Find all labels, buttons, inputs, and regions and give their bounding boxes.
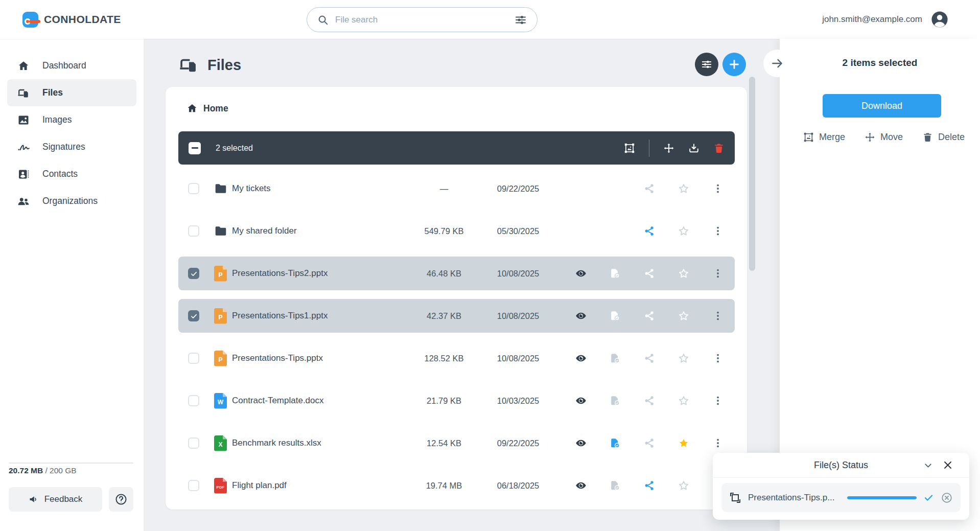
preview-eye-icon[interactable] bbox=[564, 480, 598, 491]
row-checkbox[interactable] bbox=[188, 395, 199, 406]
chevron-down-icon[interactable] bbox=[923, 460, 934, 471]
preview-eye-icon[interactable] bbox=[564, 395, 598, 406]
row-menu-icon[interactable] bbox=[701, 225, 735, 237]
preview-eye-icon[interactable] bbox=[564, 353, 598, 364]
share-icon[interactable] bbox=[633, 310, 667, 321]
move-icon[interactable] bbox=[663, 143, 674, 154]
close-icon[interactable] bbox=[942, 459, 953, 471]
delete-action[interactable]: Delete bbox=[922, 132, 965, 143]
sidebar-item-images[interactable]: Images bbox=[7, 106, 136, 133]
share-icon[interactable] bbox=[633, 268, 667, 279]
user-email: john.smith@example.com bbox=[822, 14, 922, 25]
sidebar-item-organizations[interactable]: Organizations bbox=[7, 188, 136, 215]
row-menu-icon[interactable] bbox=[701, 437, 735, 449]
preview-eye-icon[interactable] bbox=[564, 310, 598, 321]
approve-doc-icon[interactable] bbox=[598, 480, 633, 491]
file-row[interactable]: PPresentations-Tips.pptx128.52 KB10/08/2… bbox=[178, 341, 735, 375]
share-icon[interactable] bbox=[633, 480, 667, 491]
pptx-file-icon: P bbox=[209, 308, 232, 324]
list-scrollbar[interactable] bbox=[749, 77, 755, 271]
breadcrumb-home[interactable]: Home bbox=[186, 103, 228, 114]
merge-action[interactable]: Merge bbox=[803, 132, 845, 143]
file-name[interactable]: Presentations-Tips1.pptx bbox=[232, 311, 411, 321]
file-name[interactable]: Contract-Template.docx bbox=[232, 396, 411, 406]
row-menu-icon[interactable] bbox=[701, 268, 735, 279]
sidebar-item-dashboard[interactable]: Dashboard bbox=[7, 52, 136, 79]
approve-doc-icon[interactable] bbox=[598, 437, 633, 449]
share-icon[interactable] bbox=[633, 225, 667, 237]
delete-icon[interactable] bbox=[713, 143, 725, 154]
progress-bar bbox=[847, 496, 917, 499]
favorite-star-icon[interactable] bbox=[666, 310, 701, 321]
favorite-star-icon[interactable] bbox=[666, 437, 701, 449]
row-menu-icon[interactable] bbox=[701, 353, 735, 364]
row-menu-icon[interactable] bbox=[701, 183, 735, 194]
file-name[interactable]: Presentations-Tips.pptx bbox=[232, 353, 411, 363]
preview-eye-icon[interactable] bbox=[564, 437, 598, 449]
row-checkbox[interactable] bbox=[188, 225, 199, 237]
file-type-letter: PDF bbox=[217, 485, 225, 490]
file-name[interactable]: Benchmark results.xlsx bbox=[232, 438, 411, 448]
approve-doc-icon[interactable] bbox=[598, 353, 633, 364]
favorite-star-icon[interactable] bbox=[666, 268, 701, 279]
storage-total: / 200 GB bbox=[43, 466, 76, 475]
file-row[interactable]: XBenchmark results.xlsx12.54 KB09/22/202… bbox=[178, 426, 735, 460]
file-row[interactable]: PPresentations-Tips1.pptx42.37 KB10/08/2… bbox=[178, 299, 735, 333]
file-date: 06/18/2025 bbox=[477, 481, 559, 491]
file-type-badge: X bbox=[214, 435, 227, 451]
file-name[interactable]: My shared folder bbox=[232, 226, 411, 236]
favorite-star-icon[interactable] bbox=[666, 480, 701, 491]
approve-doc-icon[interactable] bbox=[598, 395, 633, 406]
merge-label: Merge bbox=[819, 132, 845, 143]
view-settings-button[interactable] bbox=[695, 53, 718, 76]
file-row[interactable]: PPresentations-Tips2.pptx46.48 KB10/08/2… bbox=[178, 257, 735, 290]
favorite-star-icon[interactable] bbox=[666, 353, 701, 364]
sidebar-item-signatures[interactable]: Signatures bbox=[7, 133, 136, 160]
preview-eye-icon[interactable] bbox=[564, 268, 598, 279]
select-all-checkbox[interactable] bbox=[189, 142, 201, 154]
feedback-button[interactable]: Feedback bbox=[9, 487, 102, 512]
file-name[interactable]: Presentations-Tips2.pptx bbox=[232, 268, 411, 279]
trash-icon bbox=[922, 132, 933, 143]
check-icon bbox=[190, 270, 198, 278]
move-action[interactable]: Move bbox=[865, 132, 903, 143]
file-name[interactable]: My tickets bbox=[232, 183, 411, 194]
user-avatar[interactable] bbox=[931, 11, 948, 28]
favorite-star-icon[interactable] bbox=[666, 395, 701, 406]
row-menu-icon[interactable] bbox=[701, 395, 735, 406]
delete-label: Delete bbox=[938, 132, 965, 143]
row-checkbox[interactable] bbox=[188, 353, 199, 364]
file-row[interactable]: My tickets—09/22/2025 bbox=[178, 172, 735, 205]
dismiss-task-icon[interactable] bbox=[941, 492, 953, 504]
sidebar-item-contacts[interactable]: Contacts bbox=[7, 160, 136, 188]
add-file-button[interactable] bbox=[722, 53, 746, 76]
panel-collapse-button[interactable] bbox=[763, 50, 791, 77]
share-icon[interactable] bbox=[633, 183, 667, 194]
row-checkbox[interactable] bbox=[188, 310, 199, 321]
share-icon[interactable] bbox=[633, 395, 667, 406]
row-checkbox[interactable] bbox=[188, 268, 199, 279]
search-input[interactable] bbox=[335, 15, 508, 25]
brand-name: CONHOLDATE bbox=[44, 13, 121, 26]
download-icon[interactable] bbox=[688, 143, 699, 154]
row-checkbox[interactable] bbox=[188, 480, 199, 491]
file-row[interactable]: WContract-Template.docx21.79 KB10/03/202… bbox=[178, 384, 735, 418]
file-row[interactable]: PDFFlight plan.pdf19.74 MB06/18/2025 bbox=[178, 469, 735, 502]
approve-doc-icon[interactable] bbox=[598, 310, 633, 321]
row-checkbox[interactable] bbox=[188, 183, 199, 194]
favorite-star-icon[interactable] bbox=[666, 225, 701, 237]
search-filter-icon[interactable] bbox=[515, 14, 527, 26]
row-checkbox[interactable] bbox=[188, 437, 199, 449]
share-icon[interactable] bbox=[633, 353, 667, 364]
sidebar-item-files[interactable]: Files bbox=[7, 79, 136, 106]
download-button[interactable]: Download bbox=[823, 94, 941, 118]
share-icon[interactable] bbox=[633, 437, 667, 449]
file-row[interactable]: My shared folder549.79 KB05/30/2025 bbox=[178, 214, 735, 248]
merge-files-icon[interactable] bbox=[624, 143, 635, 154]
approve-doc-icon[interactable] bbox=[598, 268, 633, 279]
file-name[interactable]: Flight plan.pdf bbox=[232, 480, 411, 491]
help-button[interactable] bbox=[109, 487, 133, 512]
sidebar-item-label: Images bbox=[42, 114, 72, 125]
favorite-star-icon[interactable] bbox=[666, 183, 701, 194]
row-menu-icon[interactable] bbox=[701, 310, 735, 321]
